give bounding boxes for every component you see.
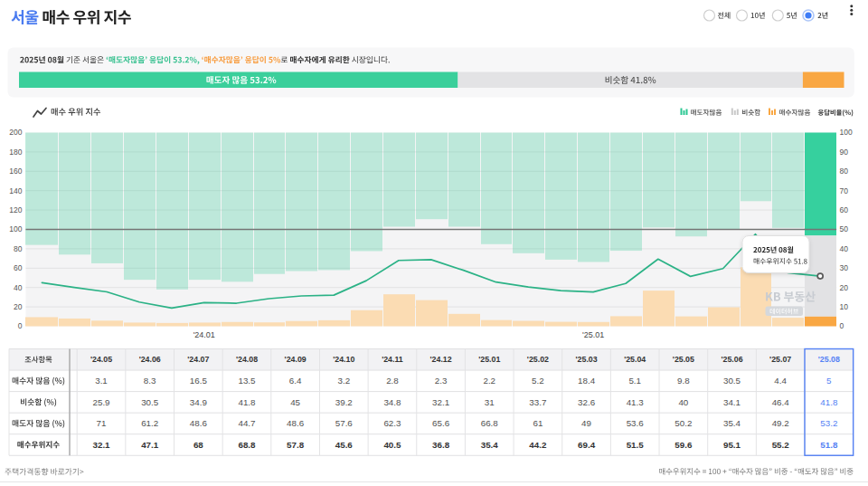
svg-text:0: 0 <box>18 321 23 330</box>
svg-text:'24.05: '24.05 <box>90 355 112 364</box>
svg-text:10: 10 <box>840 302 849 311</box>
svg-text:68: 68 <box>193 440 203 450</box>
svg-text:180: 180 <box>9 148 22 157</box>
svg-text:53.2: 53.2 <box>820 418 837 428</box>
svg-text:59.6: 59.6 <box>675 440 693 450</box>
svg-text:31: 31 <box>485 397 495 407</box>
svg-text:120: 120 <box>9 205 22 214</box>
svg-text:44.7: 44.7 <box>238 418 255 428</box>
svg-text:'25.08: '25.08 <box>818 355 840 364</box>
svg-text:69.4: 69.4 <box>578 440 596 450</box>
svg-text:160: 160 <box>9 167 22 176</box>
svg-text:'25.01: '25.01 <box>582 330 604 339</box>
svg-text:41.8: 41.8 <box>820 397 838 407</box>
svg-text:35.4: 35.4 <box>481 440 499 450</box>
svg-text:32.6: 32.6 <box>578 397 596 407</box>
svg-text:'25.01: '25.01 <box>478 355 500 364</box>
svg-text:40.5: 40.5 <box>383 440 401 450</box>
svg-text:34.1: 34.1 <box>723 397 741 407</box>
svg-text:30: 30 <box>840 263 849 272</box>
svg-text:55.2: 55.2 <box>772 440 790 450</box>
svg-text:40: 40 <box>840 244 849 253</box>
svg-text:100: 100 <box>9 224 22 233</box>
svg-text:34.8: 34.8 <box>383 397 401 407</box>
svg-text:50: 50 <box>840 224 849 233</box>
svg-text:30.5: 30.5 <box>723 376 741 386</box>
svg-text:49: 49 <box>581 418 591 428</box>
svg-text:80: 80 <box>14 244 23 253</box>
svg-text:200: 200 <box>9 128 22 137</box>
svg-text:32.1: 32.1 <box>432 397 449 407</box>
svg-text:140: 140 <box>9 186 22 195</box>
svg-text:47.1: 47.1 <box>141 440 159 450</box>
svg-text:44.2: 44.2 <box>529 440 547 450</box>
svg-text:3.2: 3.2 <box>337 376 350 386</box>
svg-text:34.9: 34.9 <box>190 397 207 407</box>
svg-text:65.6: 65.6 <box>432 418 450 428</box>
svg-text:'24.08: '24.08 <box>236 355 258 364</box>
svg-text:'24.06: '24.06 <box>139 355 161 364</box>
svg-text:40: 40 <box>678 397 688 407</box>
svg-text:33.7: 33.7 <box>529 397 546 407</box>
svg-text:5.2: 5.2 <box>532 376 544 386</box>
svg-text:30.5: 30.5 <box>141 397 159 407</box>
svg-text:49.2: 49.2 <box>772 418 789 428</box>
svg-text:2.3: 2.3 <box>435 376 448 386</box>
svg-text:61.2: 61.2 <box>141 418 158 428</box>
svg-text:48.6: 48.6 <box>287 418 305 428</box>
svg-text:90: 90 <box>840 148 849 157</box>
svg-text:'24.07: '24.07 <box>187 355 209 364</box>
svg-text:51.5: 51.5 <box>627 440 645 450</box>
svg-text:53.6: 53.6 <box>627 418 645 428</box>
svg-text:40: 40 <box>14 283 23 292</box>
svg-text:13.5: 13.5 <box>238 376 256 386</box>
svg-text:39.2: 39.2 <box>335 397 353 407</box>
svg-text:60: 60 <box>840 205 849 214</box>
svg-text:'24.09: '24.09 <box>285 355 307 364</box>
svg-text:18.4: 18.4 <box>578 376 596 386</box>
svg-text:61: 61 <box>533 418 542 428</box>
svg-text:4.4: 4.4 <box>774 376 787 386</box>
svg-text:'25.07: '25.07 <box>769 355 791 364</box>
svg-text:3.1: 3.1 <box>95 376 108 386</box>
svg-text:9.8: 9.8 <box>677 376 690 386</box>
svg-text:45.6: 45.6 <box>335 440 354 450</box>
svg-text:80: 80 <box>840 167 849 176</box>
svg-text:41.3: 41.3 <box>627 397 645 407</box>
svg-text:'24.11: '24.11 <box>382 355 403 364</box>
svg-text:20: 20 <box>840 283 849 292</box>
svg-text:100: 100 <box>840 128 853 137</box>
svg-text:68.8: 68.8 <box>238 440 256 450</box>
svg-text:'25.02: '25.02 <box>527 355 549 364</box>
svg-text:36.8: 36.8 <box>432 440 450 450</box>
svg-text:51.8: 51.8 <box>820 440 838 450</box>
svg-text:45: 45 <box>290 397 300 407</box>
svg-text:'24.01: '24.01 <box>193 330 215 339</box>
svg-text:'25.04: '25.04 <box>624 355 646 364</box>
svg-text:60: 60 <box>14 263 23 272</box>
svg-text:2.8: 2.8 <box>386 376 399 386</box>
svg-text:66.8: 66.8 <box>481 418 499 428</box>
svg-text:25.9: 25.9 <box>92 397 109 407</box>
svg-text:41.8: 41.8 <box>238 397 256 407</box>
svg-text:5: 5 <box>826 376 832 386</box>
svg-text:0: 0 <box>840 321 844 330</box>
svg-text:50.2: 50.2 <box>675 418 692 428</box>
svg-text:2.2: 2.2 <box>483 376 495 386</box>
svg-text:'24.12: '24.12 <box>430 355 452 364</box>
svg-text:48.6: 48.6 <box>190 418 208 428</box>
svg-text:62.3: 62.3 <box>383 418 401 428</box>
svg-text:'25.03: '25.03 <box>576 355 598 364</box>
svg-text:71: 71 <box>97 418 107 428</box>
svg-text:8.3: 8.3 <box>144 376 156 386</box>
svg-text:35.4: 35.4 <box>723 418 741 428</box>
svg-text:'25.06: '25.06 <box>721 355 742 364</box>
svg-text:57.6: 57.6 <box>335 418 354 428</box>
svg-text:'24.10: '24.10 <box>333 355 354 364</box>
svg-text:20: 20 <box>14 302 23 311</box>
svg-text:57.8: 57.8 <box>287 440 305 450</box>
svg-text:95.1: 95.1 <box>723 440 741 450</box>
svg-text:5.1: 5.1 <box>628 376 641 386</box>
svg-text:'25.05: '25.05 <box>673 355 694 364</box>
svg-text:70: 70 <box>840 186 849 195</box>
